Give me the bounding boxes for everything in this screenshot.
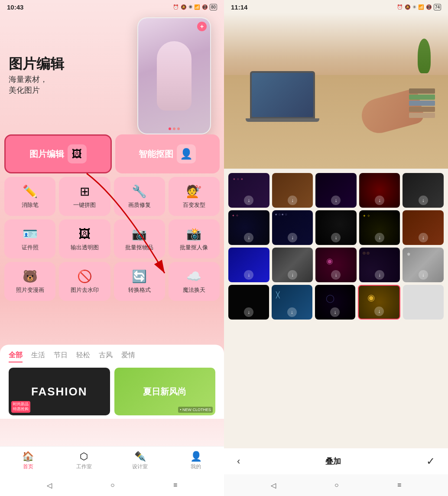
nav-home[interactable]: 🏠 首页 [0, 451, 56, 470]
download-btn-3-4[interactable]: ↓ [375, 270, 384, 280]
home-icon: 🏠 [22, 451, 34, 462]
book-3 [409, 101, 435, 106]
overlay-thumb-3-4[interactable]: ◎ ◎ ↓ [359, 248, 400, 282]
overlay-thumb-3-2[interactable]: ↓ [272, 248, 313, 282]
overlay-thumb-2-3[interactable]: ↓ [315, 210, 357, 245]
download-btn-3-5[interactable]: ↓ [419, 270, 428, 280]
nav-design[interactable]: ✒️ 设计室 [112, 451, 168, 470]
badge-line1: 时尚新品 [13, 402, 29, 406]
overlay-thumb-3-3[interactable]: ◉ ↓ [315, 248, 357, 282]
cartoon-label: 照片变漫画 [16, 286, 44, 294]
bokeh-3-4: ◎ ◎ [363, 251, 370, 255]
overlay-thumb-4-1[interactable]: ↓ [228, 285, 269, 320]
sys-back-right[interactable]: ◁ [271, 481, 276, 489]
stars-2-2: ★ ☆ ★ ☆ [275, 213, 288, 216]
ice-4-2: ╳ [276, 291, 279, 298]
download-btn-2-1[interactable]: ↓ [244, 233, 253, 242]
overlay-thumb-4-4[interactable]: ◉ ↓ [358, 285, 400, 320]
btn-photo-edit-label: 图片编辑 [29, 148, 64, 160]
download-btn-2-3[interactable]: ↓ [331, 233, 341, 242]
sys-home-right[interactable]: ○ [334, 481, 339, 489]
download-btn-3-3[interactable]: ↓ [331, 270, 341, 280]
download-btn-4-2[interactable]: ↓ [287, 307, 297, 317]
sys-home-left[interactable]: ○ [110, 481, 115, 489]
overlay-thumb-2-2[interactable]: ★ ☆ ★ ☆ ↓ [272, 210, 313, 245]
download-btn-1-2[interactable]: ↓ [288, 196, 297, 205]
download-btn-1-5[interactable]: ↓ [419, 196, 428, 205]
tab-life[interactable]: 生活 [31, 351, 45, 362]
card-summer[interactable]: 夏日新风尚 • NEW CLOTHES [114, 368, 216, 415]
phone-inner: + [138, 18, 210, 134]
phone-person-image [157, 41, 192, 111]
overlay-thumb-2-1[interactable]: ✦ ✧ ↓ [228, 210, 269, 245]
phone-plus-button[interactable]: + [197, 22, 207, 31]
bottom-nav: 🏠 首页 ⬡ 工作室 ✒️ 设计室 👤 我的 [0, 446, 224, 474]
download-btn-4-3[interactable]: ↓ [330, 307, 340, 317]
subtitle-line2: 美化图片 [9, 86, 40, 95]
book-5 [409, 113, 435, 118]
confirm-button[interactable]: ✓ [426, 455, 435, 467]
download-btn-4-1[interactable]: ↓ [244, 307, 253, 317]
btn-cartoon[interactable]: 🐻 照片变漫画 [4, 262, 55, 301]
tab-holiday[interactable]: 节日 [54, 351, 68, 362]
download-btn-2-5[interactable]: ↓ [419, 233, 428, 242]
bluetooth-icon-r: ✳ [412, 4, 416, 10]
nav-profile[interactable]: 👤 我的 [168, 451, 224, 470]
tab-vintage[interactable]: 古风 [99, 351, 113, 362]
dot-3 [177, 127, 180, 130]
overlay-thumb-3-1[interactable]: ↓ [228, 248, 269, 282]
overlay-thumb-4-3[interactable]: ◯ ↓ [315, 285, 356, 320]
status-bar-right: 11:14 ⏰ 🔕 ✳ 📶 📵 74 [224, 0, 448, 13]
overlay-thumb-1-5[interactable]: ↓ [403, 173, 444, 208]
download-btn-1-4[interactable]: ↓ [375, 196, 384, 205]
badge-line2: 特惠抢购 [13, 407, 29, 411]
orb-3-3: ◉ [326, 256, 333, 266]
subtitle-line1: 海量素材， [9, 75, 48, 84]
overlay-thumb-1-1[interactable]: ↓ [228, 173, 269, 208]
download-btn-3-2[interactable]: ↓ [288, 270, 297, 280]
tab-love[interactable]: 爱情 [121, 351, 135, 362]
grid-row-2: ✦ ✧ ↓ ★ ☆ ★ ☆ ↓ ↓ ✦ ✧ ↓ ↓ [228, 210, 444, 245]
arrow-svg [78, 165, 217, 295]
time-right: 11:14 [231, 3, 247, 11]
overlay-thumb-1-4[interactable]: ↓ [359, 173, 400, 208]
book-1 [409, 88, 435, 94]
content-cards-row: FASHION 时尚新品 特惠抢购 夏日新风尚 • NEW CLOTHES [9, 368, 215, 415]
nav-studio[interactable]: ⬡ 工作室 [56, 451, 112, 470]
sys-recent-right[interactable]: ≡ [397, 481, 401, 489]
sys-back-left[interactable]: ◁ [47, 481, 52, 489]
book-4 [409, 107, 435, 112]
grid-row-4: ↓ ╳ ↓ ◯ ↓ ◉ ↓ [228, 285, 444, 320]
btn-id-photo[interactable]: 🪪 证件照 [4, 219, 55, 258]
overlay-thumb-4-2[interactable]: ╳ ↓ [272, 285, 312, 320]
download-btn-1-1[interactable]: ↓ [244, 196, 253, 205]
signal-icon: 📵 [202, 4, 208, 10]
download-btn-2-4[interactable]: ↓ [375, 233, 384, 242]
sys-recent-left[interactable]: ≡ [173, 481, 177, 489]
id-photo-label: 证件照 [22, 244, 39, 251]
eraser-icon: ✏️ [23, 184, 38, 199]
back-button[interactable]: ‹ [237, 456, 240, 467]
smart-cutout-icon: 👤 [177, 144, 196, 163]
wifi-icon: 📶 [194, 4, 200, 10]
overlay-thumb-1-3[interactable]: ↓ [315, 173, 357, 208]
download-btn-2-2[interactable]: ↓ [288, 233, 297, 242]
btn-eraser[interactable]: ✏️ 消除笔 [4, 177, 55, 216]
overlay-thumb-3-5[interactable]: ❄ ↓ [403, 248, 444, 282]
download-btn-1-3[interactable]: ↓ [331, 196, 341, 205]
laptop-screen [252, 73, 313, 117]
download-btn-3-1[interactable]: ↓ [244, 270, 253, 280]
fashion-badge: 时尚新品 特惠抢购 [11, 401, 30, 413]
card-fashion[interactable]: FASHION 时尚新品 特惠抢购 [9, 368, 110, 415]
download-btn-4-4[interactable]: ↓ [374, 307, 384, 316]
overlay-thumb-1-2[interactable]: ↓ [272, 173, 313, 208]
phone-indicator-dots [169, 127, 180, 130]
overlay-thumb-2-5[interactable]: ↓ [403, 210, 444, 245]
tab-all[interactable]: 全部 [9, 351, 23, 362]
overlay-thumb-2-4[interactable]: ✦ ✧ ↓ [359, 210, 400, 245]
nav-home-label: 首页 [23, 463, 33, 470]
battery-right: 74 [434, 4, 441, 10]
tab-relax[interactable]: 轻松 [76, 351, 90, 362]
alarm-icon: ⏰ [173, 4, 179, 10]
fashion-text: FASHION [31, 385, 88, 398]
